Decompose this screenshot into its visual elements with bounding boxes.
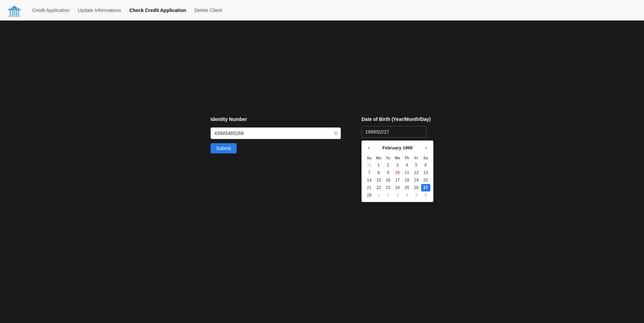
calendar: ‹ February 1999 › Su Mo Tu We Th Fr Sa <box>361 140 433 202</box>
calendar-day[interactable]: 13 <box>421 169 430 176</box>
day-header-sa: Sa <box>421 154 430 161</box>
calendar-day[interactable]: 24 <box>393 184 402 191</box>
svg-rect-5 <box>18 10 19 16</box>
calendar-day[interactable]: 5 <box>412 161 421 169</box>
nav-credit-application[interactable]: Credit Application <box>32 8 70 13</box>
calendar-day[interactable]: 8 <box>374 169 383 176</box>
calendar-week-1: 78910111213 <box>365 169 430 176</box>
calendar-day[interactable]: 17 <box>393 176 402 184</box>
svg-text:$: $ <box>14 8 15 10</box>
svg-rect-2 <box>12 10 13 16</box>
day-header-su: Su <box>365 154 374 161</box>
calendar-week-3: 21222324252627 <box>365 184 430 191</box>
calendar-header: ‹ February 1999 › <box>365 144 430 152</box>
left-panel: Identity Number ⎘ Submit <box>211 116 341 153</box>
calendar-day[interactable]: 10 <box>393 169 402 176</box>
main-content: Identity Number ⎘ Submit Date of Birth (… <box>0 21 644 202</box>
svg-rect-3 <box>14 10 15 16</box>
navbar: $ Credit Application Update Informations… <box>0 0 644 21</box>
calendar-day[interactable]: 2 <box>383 161 393 169</box>
calendar-month-label: February 1999 <box>382 145 413 150</box>
calendar-prev-button[interactable]: ‹ <box>366 144 372 151</box>
svg-rect-1 <box>10 10 11 16</box>
calendar-day[interactable]: 3 <box>393 191 402 199</box>
calendar-day[interactable]: 7 <box>365 169 374 176</box>
calendar-day[interactable]: 31 <box>365 161 374 169</box>
calendar-day[interactable]: 16 <box>383 176 393 184</box>
calendar-day[interactable]: 6 <box>421 191 430 199</box>
calendar-day[interactable]: 19 <box>412 176 421 184</box>
brand-logo[interactable]: $ <box>7 3 22 18</box>
svg-rect-4 <box>16 10 17 16</box>
day-header-fr: Fr <box>412 154 421 161</box>
calendar-week-2: 14151617181920 <box>365 176 430 184</box>
day-header-th: Th <box>402 154 412 161</box>
day-header-tu: Tu <box>383 154 393 161</box>
calendar-day[interactable]: 21 <box>365 184 374 191</box>
copy-icon[interactable]: ⎘ <box>335 131 337 136</box>
calendar-day[interactable]: 15 <box>374 176 383 184</box>
calendar-grid: Su Mo Tu We Th Fr Sa 3112345678910111213… <box>365 154 430 199</box>
calendar-day[interactable]: 9 <box>383 169 393 176</box>
calendar-day[interactable]: 11 <box>402 169 412 176</box>
calendar-day[interactable]: 14 <box>365 176 374 184</box>
navbar-links: Credit Application Update Informations C… <box>32 8 222 13</box>
nav-check-credit-application[interactable]: Check Credit Application <box>129 8 186 13</box>
submit-button[interactable]: Submit <box>211 143 237 153</box>
identity-input-wrapper: ⎘ <box>211 127 341 139</box>
calendar-week-4: 28123456 <box>365 191 430 199</box>
svg-rect-0 <box>8 16 21 17</box>
calendar-day[interactable]: 1 <box>374 161 383 169</box>
calendar-day[interactable]: 18 <box>402 176 412 184</box>
calendar-week-0: 31123456 <box>365 161 430 169</box>
calendar-day[interactable]: 23 <box>383 184 393 191</box>
day-header-we: We <box>393 154 402 161</box>
calendar-day[interactable]: 2 <box>383 191 393 199</box>
calendar-day[interactable]: 4 <box>402 161 412 169</box>
calendar-day[interactable]: 6 <box>421 161 430 169</box>
bank-icon: $ <box>7 3 22 18</box>
calendar-day[interactable]: 22 <box>374 184 383 191</box>
calendar-day[interactable]: 20 <box>421 176 430 184</box>
calendar-day[interactable]: 28 <box>365 191 374 199</box>
calendar-day-headers: Su Mo Tu We Th Fr Sa <box>365 154 430 161</box>
dob-label: Date of Birth (Year/Month/Day) <box>361 116 433 122</box>
dob-input[interactable] <box>361 126 427 138</box>
nav-update-informations[interactable]: Update Informations <box>78 8 121 13</box>
form-section: Identity Number ⎘ Submit Date of Birth (… <box>211 116 433 202</box>
calendar-day[interactable]: 4 <box>402 191 412 199</box>
calendar-day[interactable]: 12 <box>412 169 421 176</box>
right-panel: Date of Birth (Year/Month/Day) ‹ Februar… <box>361 116 433 202</box>
calendar-body: 3112345678910111213141516171819202122232… <box>365 161 430 199</box>
calendar-next-button[interactable]: › <box>423 144 429 151</box>
calendar-day[interactable]: 27 <box>421 184 430 191</box>
calendar-day[interactable]: 26 <box>412 184 421 191</box>
calendar-day[interactable]: 1 <box>374 191 383 199</box>
day-header-mo: Mo <box>374 154 383 161</box>
identity-input[interactable] <box>211 127 341 139</box>
identity-label: Identity Number <box>211 116 341 122</box>
calendar-day[interactable]: 5 <box>412 191 421 199</box>
calendar-day[interactable]: 3 <box>393 161 402 169</box>
calendar-day[interactable]: 25 <box>402 184 412 191</box>
nav-delete-client[interactable]: Delete Client <box>194 8 222 13</box>
